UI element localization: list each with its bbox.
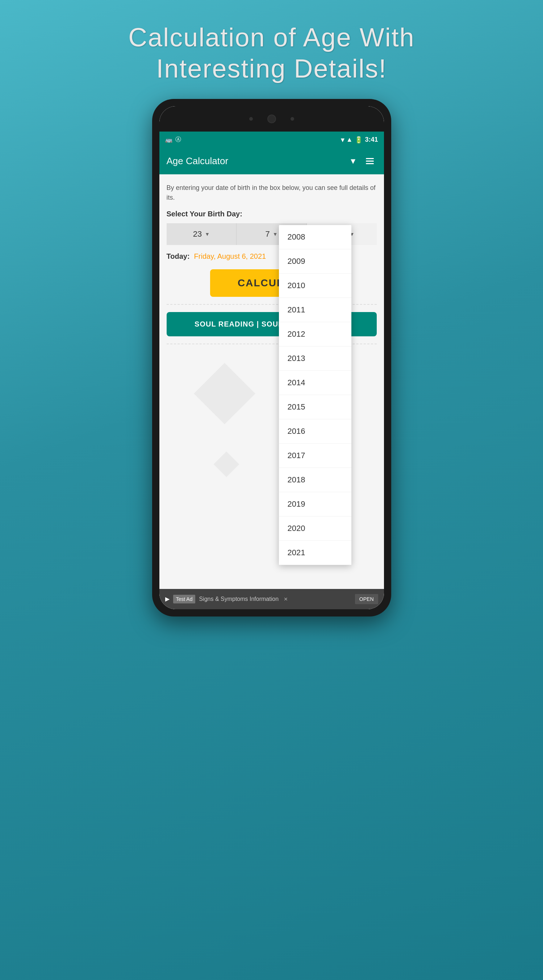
year-option-2013[interactable]: 2013 bbox=[279, 347, 351, 371]
test-ad-badge: Test Ad bbox=[173, 595, 195, 603]
phone-screen: 🚌 Ⓐ ▾ ▲ 🔋 3:41 Age Calculator ▼ By enter… bbox=[159, 106, 384, 609]
year-option-2012[interactable]: 2012 bbox=[279, 322, 351, 347]
close-ad-icon[interactable]: ✕ bbox=[284, 596, 288, 602]
month-dropdown-arrow: ▼ bbox=[273, 231, 278, 237]
wifi-icon: ▾ bbox=[341, 136, 344, 144]
app-content: By entering your date of birth in the bo… bbox=[159, 174, 384, 609]
today-date: Friday, August 6, 2021 bbox=[194, 252, 266, 261]
battery-icon: 🔋 bbox=[355, 136, 363, 144]
year-option-2019[interactable]: 2019 bbox=[279, 492, 351, 517]
page-title: Calculation of Age With Interesting Deta… bbox=[109, 22, 435, 84]
status-bar-left: 🚌 Ⓐ bbox=[165, 136, 181, 143]
menu-line-3 bbox=[366, 163, 374, 164]
day-dropdown-arrow: ▼ bbox=[205, 231, 210, 237]
title-line2: Interesting Details! bbox=[156, 54, 386, 83]
play-icon: ▶ bbox=[165, 595, 170, 602]
phone-speaker bbox=[249, 117, 253, 121]
description-text: By entering your date of birth in the bo… bbox=[167, 183, 377, 203]
status-bar: 🚌 Ⓐ ▾ ▲ 🔋 3:41 bbox=[159, 132, 384, 148]
app-toolbar: Age Calculator ▼ bbox=[159, 148, 384, 174]
ad-banner: ▶ Test Ad Signs & Symptoms Information ✕… bbox=[159, 589, 384, 609]
year-option-2018[interactable]: 2018 bbox=[279, 468, 351, 492]
birth-day-label: Select Your Birth Day: bbox=[167, 210, 377, 218]
status-time: 3:41 bbox=[365, 136, 378, 143]
app-title: Age Calculator bbox=[167, 156, 349, 167]
overflow-menu-button[interactable] bbox=[363, 155, 377, 167]
diamond-shape-large bbox=[194, 363, 256, 425]
year-option-2017[interactable]: 2017 bbox=[279, 444, 351, 468]
phone-speaker-right bbox=[291, 117, 294, 121]
year-option-2009[interactable]: 2009 bbox=[279, 249, 351, 274]
ad-label: Test Ad bbox=[173, 596, 195, 602]
toolbar-dropdown-icon[interactable]: ▼ bbox=[349, 157, 357, 166]
phone-device: 🚌 Ⓐ ▾ ▲ 🔋 3:41 Age Calculator ▼ By enter… bbox=[152, 99, 391, 616]
month-value: 7 bbox=[265, 229, 270, 239]
app-icon-2: Ⓐ bbox=[175, 136, 181, 143]
year-option-2015[interactable]: 2015 bbox=[279, 395, 351, 419]
menu-line-1 bbox=[366, 158, 374, 159]
today-label: Today: bbox=[167, 252, 190, 261]
phone-camera bbox=[267, 115, 276, 123]
ad-open-button[interactable]: OPEN bbox=[355, 594, 378, 604]
phone-top-bezel bbox=[159, 106, 384, 132]
year-dropdown-list: 2008 2009 2010 2011 2012 2013 2014 2015 … bbox=[279, 225, 351, 565]
year-option-2010[interactable]: 2010 bbox=[279, 274, 351, 298]
day-value: 23 bbox=[193, 229, 202, 239]
year-option-2021[interactable]: 2021 bbox=[279, 541, 351, 565]
day-dropdown[interactable]: 23 ▼ bbox=[167, 223, 237, 245]
status-bar-right: ▾ ▲ 🔋 3:41 bbox=[341, 136, 378, 144]
year-option-2008[interactable]: 2008 bbox=[279, 225, 351, 249]
ad-text: Signs & Symptoms Information bbox=[199, 596, 279, 602]
year-option-2016[interactable]: 2016 bbox=[279, 419, 351, 444]
year-option-2014[interactable]: 2014 bbox=[279, 371, 351, 395]
diamond-shape-small bbox=[213, 451, 239, 477]
menu-line-2 bbox=[366, 161, 374, 162]
year-option-2011[interactable]: 2011 bbox=[279, 298, 351, 322]
app-icon-1: 🚌 bbox=[165, 136, 172, 143]
year-option-2020[interactable]: 2020 bbox=[279, 517, 351, 541]
title-line1: Calculation of Age With bbox=[128, 23, 414, 52]
signal-icon: ▲ bbox=[346, 136, 353, 143]
